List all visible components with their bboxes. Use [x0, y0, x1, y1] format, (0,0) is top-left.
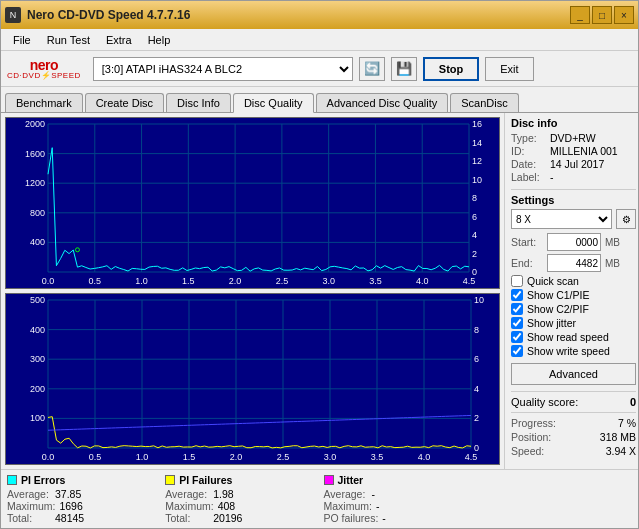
tab-benchmark[interactable]: Benchmark	[5, 93, 83, 112]
show-jitter-label[interactable]: Show jitter	[527, 317, 576, 329]
pi-errors-color	[7, 475, 17, 485]
tab-disc-info[interactable]: Disc Info	[166, 93, 231, 112]
nero-brand-text: nero	[30, 58, 58, 72]
disc-info-section: Disc info Type: DVD+RW ID: MILLENIA 001 …	[511, 117, 636, 183]
stats-grid: PI Errors Average: 37.85 Maximum: 1696 T…	[7, 474, 632, 524]
settings-title: Settings	[511, 194, 636, 206]
pi-errors-avg-value: 37.85	[55, 488, 81, 500]
pi-failures-total-row: Total: 20196	[165, 512, 315, 524]
pi-errors-title: PI Errors	[21, 474, 65, 486]
menu-help[interactable]: Help	[140, 32, 179, 48]
disc-id-row: ID: MILLENIA 001	[511, 145, 636, 157]
divider-2	[511, 391, 636, 392]
show-c1-row: Show C1/PIE	[511, 289, 636, 301]
pi-errors-avg-row: Average: 37.85	[7, 488, 157, 500]
menu-bar: File Run Test Extra Help	[1, 29, 638, 51]
settings-icon-button[interactable]: ⚙	[616, 209, 636, 229]
pi-errors-total-label: Total:	[7, 512, 51, 524]
menu-extra[interactable]: Extra	[98, 32, 140, 48]
pi-failures-total-label: Total:	[165, 512, 209, 524]
show-c2-checkbox[interactable]	[511, 303, 523, 315]
pi-errors-total-value: 48145	[55, 512, 84, 524]
stop-button[interactable]: Stop	[423, 57, 479, 81]
disc-type-value: DVD+RW	[550, 132, 596, 144]
disc-id-label: ID:	[511, 145, 547, 157]
empty-block	[482, 474, 632, 524]
chart1-canvas	[6, 118, 497, 289]
progress-value: 7 %	[618, 417, 636, 429]
end-row: End: MB	[511, 254, 636, 272]
disc-id-value: MILLENIA 001	[550, 145, 618, 157]
exit-button[interactable]: Exit	[485, 57, 533, 81]
jitter-po-row: PO failures: -	[324, 512, 474, 524]
start-input[interactable]	[547, 233, 601, 251]
stats-footer: PI Errors Average: 37.85 Maximum: 1696 T…	[1, 469, 638, 528]
jitter-max-label: Maximum:	[324, 500, 372, 512]
show-jitter-row: Show jitter	[511, 317, 636, 329]
title-bar-left: N Nero CD-DVD Speed 4.7.7.16	[5, 7, 190, 23]
disc-date-label: Date:	[511, 158, 547, 170]
main-window: N Nero CD-DVD Speed 4.7.7.16 _ □ × File …	[0, 0, 639, 529]
menu-file[interactable]: File	[5, 32, 39, 48]
quick-scan-checkbox[interactable]	[511, 275, 523, 287]
jitter-avg-label: Average:	[324, 488, 368, 500]
charts-area	[1, 113, 504, 469]
pi-failures-title: PI Failures	[179, 474, 232, 486]
quick-scan-label[interactable]: Quick scan	[527, 275, 579, 287]
jitter-title: Jitter	[338, 474, 364, 486]
show-read-speed-checkbox[interactable]	[511, 331, 523, 343]
tab-disc-quality[interactable]: Disc Quality	[233, 93, 314, 113]
quick-scan-row: Quick scan	[511, 275, 636, 287]
jitter-header: Jitter	[324, 474, 474, 486]
end-unit: MB	[605, 258, 620, 269]
window-title: Nero CD-DVD Speed 4.7.7.16	[27, 8, 190, 22]
show-read-speed-label[interactable]: Show read speed	[527, 331, 609, 343]
disc-date-value: 14 Jul 2017	[550, 158, 604, 170]
pi-failures-avg-label: Average:	[165, 488, 209, 500]
end-input[interactable]	[547, 254, 601, 272]
chart-bottom	[5, 293, 500, 465]
disc-label-row: Label: -	[511, 171, 636, 183]
show-jitter-checkbox[interactable]	[511, 317, 523, 329]
jitter-avg-row: Average: -	[324, 488, 474, 500]
toolbar: nero CD·DVD⚡SPEED [3:0] ATAPI iHAS324 A …	[1, 51, 638, 87]
maximize-button[interactable]: □	[592, 6, 612, 24]
end-label: End:	[511, 257, 543, 269]
pi-errors-header: PI Errors	[7, 474, 157, 486]
advanced-button[interactable]: Advanced	[511, 363, 636, 385]
tab-scan-disc[interactable]: ScanDisc	[450, 93, 518, 112]
position-value: 318 MB	[600, 431, 636, 443]
jitter-po-label: PO failures:	[324, 512, 379, 524]
save-icon-button[interactable]: 💾	[391, 57, 417, 81]
position-label: Position:	[511, 431, 551, 443]
menu-run-test[interactable]: Run Test	[39, 32, 98, 48]
show-write-speed-label[interactable]: Show write speed	[527, 345, 610, 357]
refresh-icon-button[interactable]: 🔄	[359, 57, 385, 81]
show-write-speed-checkbox[interactable]	[511, 345, 523, 357]
speed-label: Speed:	[511, 445, 544, 457]
show-write-speed-row: Show write speed	[511, 345, 636, 357]
start-label: Start:	[511, 236, 543, 248]
minimize-button[interactable]: _	[570, 6, 590, 24]
disc-info-title: Disc info	[511, 117, 636, 129]
pi-failures-total-value: 20196	[213, 512, 242, 524]
close-button[interactable]: ×	[614, 6, 634, 24]
pi-errors-total-row: Total: 48145	[7, 512, 157, 524]
show-c1-checkbox[interactable]	[511, 289, 523, 301]
speed-row: Speed: 3.94 X	[511, 445, 636, 457]
pi-failures-avg-row: Average: 1.98	[165, 488, 315, 500]
tab-advanced-disc-quality[interactable]: Advanced Disc Quality	[316, 93, 449, 112]
show-c1-label[interactable]: Show C1/PIE	[527, 289, 589, 301]
pi-errors-max-value: 1696	[59, 500, 82, 512]
position-row: Position: 318 MB	[511, 431, 636, 443]
jitter-block: Jitter Average: - Maximum: - PO failures…	[324, 474, 474, 524]
app-icon: N	[5, 7, 21, 23]
speed-select[interactable]: 8 X	[511, 209, 612, 229]
pi-errors-max-label: Maximum:	[7, 500, 55, 512]
tab-create-disc[interactable]: Create Disc	[85, 93, 164, 112]
show-c2-label[interactable]: Show C2/PIF	[527, 303, 589, 315]
show-c2-row: Show C2/PIF	[511, 303, 636, 315]
drive-select[interactable]: [3:0] ATAPI iHAS324 A BLC2	[93, 57, 353, 81]
speed-settings-row: 8 X ⚙	[511, 209, 636, 229]
start-row: Start: MB	[511, 233, 636, 251]
